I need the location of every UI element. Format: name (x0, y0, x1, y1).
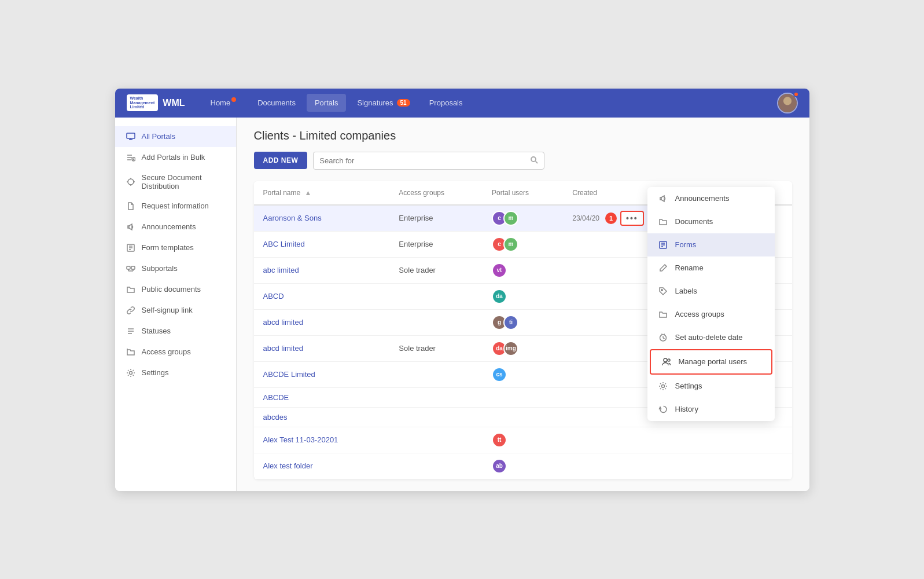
sidebar-label-statuses: Statuses (142, 327, 171, 335)
actions-cell (734, 427, 792, 453)
sidebar-item-add-portals-bulk[interactable]: Add Portals in Bulk (115, 147, 236, 168)
ctx-label-access-groups: Access groups (675, 310, 724, 318)
ctx-label-history: History (675, 405, 698, 413)
sidebar-label-request-info: Request information (142, 201, 209, 210)
home-nav-wrap: Home (203, 94, 247, 112)
ctx-settings[interactable]: Settings (647, 375, 775, 398)
nav-label-proposals: Proposals (429, 98, 463, 107)
user-avatar-badge: tt (492, 433, 507, 448)
portal-link[interactable]: ABCDE Limited (263, 370, 315, 379)
toolbar: ADD NEW (254, 152, 792, 170)
col-portal-users[interactable]: Portal users (483, 181, 563, 205)
portal-link[interactable]: abcd limited (263, 318, 303, 327)
user-avatars: cm (492, 211, 554, 226)
user-avatars: daimg (492, 341, 554, 356)
ctx-label-auto-delete: Set auto-delete date (675, 333, 743, 342)
ctx-history[interactable]: History (647, 398, 775, 421)
sidebar-item-settings[interactable]: Settings (115, 362, 236, 383)
tag-ctx-icon (658, 286, 668, 296)
subportal-icon (126, 263, 136, 274)
sidebar-item-subportals[interactable]: Subportals (115, 258, 236, 279)
nav-item-documents[interactable]: Documents (249, 94, 304, 112)
sidebar-label-add-portals-bulk: Add Portals in Bulk (142, 153, 205, 162)
clock-ctx-icon (658, 332, 668, 343)
ctx-documents[interactable]: Documents (647, 210, 775, 233)
access-group-cell: Enterprise (389, 205, 483, 232)
portal-link[interactable]: abc limited (263, 266, 299, 274)
ctx-labels[interactable]: Labels (647, 280, 775, 303)
sidebar-item-all-portals[interactable]: All Portals (115, 126, 236, 147)
sidebar-item-self-signup[interactable]: Self-signup link (115, 300, 236, 321)
svg-point-29 (531, 157, 536, 162)
list-icon (126, 326, 136, 336)
search-input[interactable] (319, 156, 530, 165)
nav-item-portals[interactable]: Portals (307, 94, 346, 112)
ctx-forms[interactable]: Forms (647, 233, 775, 256)
user-avatars: vt (492, 263, 554, 278)
page-title: Clients - Limited companies (254, 129, 792, 142)
nav-item-signatures[interactable]: Signatures 51 (349, 94, 418, 112)
ctx-rename[interactable]: Rename (647, 256, 775, 280)
step1-badge: 1 (605, 212, 617, 224)
user-avatar-badge: cs (492, 367, 507, 382)
sidebar-item-request-info[interactable]: Request information (115, 196, 236, 217)
sidebar-label-self-signup: Self-signup link (142, 306, 193, 314)
sidebar-item-announcements[interactable]: Announcements (115, 217, 236, 237)
portal-link[interactable]: abcd limited (263, 344, 303, 353)
nav-item-proposals[interactable]: Proposals (421, 94, 471, 112)
svg-line-38 (663, 338, 665, 339)
col-portal-name[interactable]: Portal name ▲ (254, 181, 390, 205)
ctx-manage-portal-users[interactable]: Manage portal users 2 (650, 349, 772, 375)
user-avatar-badge: m (503, 237, 518, 252)
portal-link[interactable]: abcdes (263, 413, 288, 422)
svg-point-41 (664, 358, 667, 362)
list-add-icon (126, 152, 136, 163)
add-new-button[interactable]: ADD NEW (254, 152, 308, 169)
portal-link[interactable]: ABCD (263, 292, 284, 301)
file-icon (126, 201, 136, 211)
sidebar-item-secure-doc[interactable]: Secure Document Distribution (115, 168, 236, 196)
sidebar-item-statuses[interactable]: Statuses (115, 321, 236, 342)
sidebar-label-access-groups: Access groups (142, 347, 191, 356)
sidebar-item-access-groups[interactable]: Access groups (115, 342, 236, 362)
access-group-cell: Enterprise (389, 231, 483, 257)
svg-point-11 (128, 179, 134, 185)
col-access-groups-label: Access groups (399, 189, 444, 197)
ctx-announcements[interactable]: Announcements (647, 187, 775, 210)
megaphone-icon (126, 222, 136, 232)
access-group-cell (389, 453, 483, 479)
search-bar (313, 152, 544, 170)
portal-link[interactable]: ABCDE (263, 393, 289, 402)
sidebar-label-settings: Settings (142, 368, 169, 377)
portal-link[interactable]: Alex test folder (263, 461, 313, 470)
portal-link[interactable]: Aaronson & Sons (263, 214, 322, 222)
access-group-cell: Sole trader (389, 257, 483, 283)
forms-ctx-icon (658, 240, 668, 250)
sidebar-item-form-templates[interactable]: Form templates (115, 237, 236, 258)
logo-abbr: WML (163, 98, 185, 108)
home-dot-indicator (231, 97, 236, 102)
settings-icon (126, 368, 136, 378)
created-date: 23/04/20 (572, 214, 599, 222)
ctx-auto-delete[interactable]: Set auto-delete date (647, 326, 775, 349)
nav-item-home[interactable]: Home (203, 94, 247, 112)
svg-point-0 (783, 97, 791, 105)
portal-link[interactable]: ABC Limited (263, 240, 305, 248)
gear-ctx-icon (658, 381, 668, 391)
main-layout: All Portals Add Portals in Bulk Secure D… (115, 118, 809, 491)
col-access-groups[interactable]: Access groups (389, 181, 483, 205)
table-row: Alex test folderab (254, 453, 792, 479)
ctx-label-rename: Rename (675, 263, 704, 272)
action-dots-button[interactable]: ••• (620, 211, 644, 226)
access-icon (126, 347, 136, 357)
sidebar-item-public-docs[interactable]: Public documents (115, 279, 236, 300)
user-avatar-badge: img (503, 341, 518, 356)
portal-link[interactable]: Alex Test 11-03-20201 (263, 435, 338, 444)
pencil-ctx-icon (658, 263, 668, 273)
avatar-container[interactable] (777, 93, 798, 113)
ctx-access-groups[interactable]: Access groups (647, 303, 775, 326)
ctx-label-labels: Labels (675, 287, 697, 295)
users-ctx-icon (661, 357, 672, 367)
logo-box: WealthManagementLimited (127, 94, 159, 111)
folder-icon (126, 284, 136, 295)
